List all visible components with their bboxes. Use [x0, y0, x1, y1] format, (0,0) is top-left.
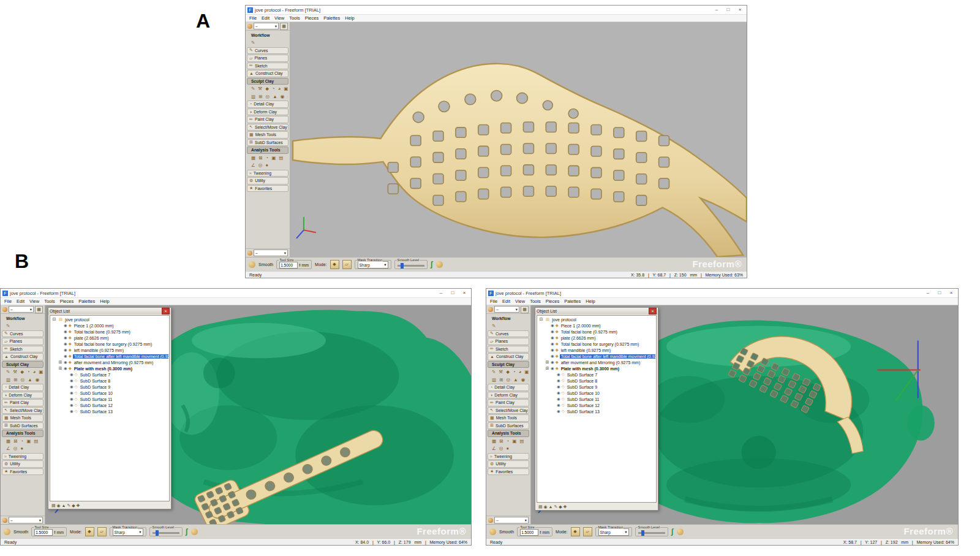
object-label[interactable]: SubD Surface 12: [79, 403, 114, 408]
toolbar-item[interactable]: Workflow: [247, 32, 288, 39]
preset-dropdown[interactable]: –▾: [494, 306, 519, 313]
toolbar-item[interactable]: ▦ Mesh Tools: [2, 414, 43, 422]
object-label[interactable]: Plate with mesh (0.3000 mm): [73, 367, 134, 371]
expander-icon[interactable]: ⊟: [539, 317, 543, 322]
menu-item[interactable]: Edit: [502, 299, 510, 304]
toolbar-item[interactable]: ↖ Select/Move Clay: [2, 407, 43, 414]
object-list-titlebar[interactable]: Object List ×: [535, 308, 658, 314]
toolbar-item[interactable]: ≈ Tweening: [2, 453, 43, 460]
toolbar-item[interactable]: ▥ ⊞ ◎ ▲ ◉ ◇: [2, 376, 43, 384]
visibility-icon[interactable]: ◉: [551, 366, 554, 371]
object-list-item[interactable]: ◉ ◇ SubD Surface 9: [51, 384, 168, 390]
object-label[interactable]: Piece 1 (2.0000 mm): [73, 324, 115, 328]
tool-size-input[interactable]: [520, 529, 538, 536]
visibility-icon[interactable]: ◉: [557, 384, 560, 389]
toolbar-item[interactable]: ◑ Deform Clay: [2, 392, 43, 399]
visibility-icon[interactable]: ◉: [557, 372, 560, 377]
object-list-item[interactable]: ◉ ◆ Total facial bone for surgery (0.927…: [538, 341, 655, 347]
toolbar-item[interactable]: ◔ Detail Clay: [2, 384, 43, 391]
object-list-item[interactable]: ◉ ◇ SubD Surface 7: [51, 371, 168, 378]
object-list-item[interactable]: ◉ ◇ SubD Surface 10: [538, 390, 655, 396]
visibility-icon[interactable]: ◉: [70, 378, 74, 383]
toolbar-item[interactable]: ∠ ◎ ●: [247, 162, 288, 169]
toolbar-item[interactable]: Analysis Tools: [488, 430, 529, 437]
object-label[interactable]: Total facial bone (0.9275 mm): [560, 330, 619, 334]
menu-item[interactable]: Tools: [44, 299, 55, 304]
toolbar-item[interactable]: ∠ ◎ ●: [2, 445, 43, 452]
toolbar-item[interactable]: ✏ Sketch: [488, 346, 529, 353]
object-list-item[interactable]: ◉ ◆ left mandible (0.9275 mm): [538, 347, 655, 353]
close-button[interactable]: ×: [946, 289, 956, 297]
hand-tool-icon[interactable]: [436, 261, 443, 268]
mask-transition-select[interactable]: Sharp▾: [113, 528, 143, 536]
object-list-item[interactable]: ⊞ ◉ ◆ after movment and Mirroring (0.927…: [51, 359, 168, 365]
menu-item[interactable]: File: [490, 299, 497, 304]
visibility-icon[interactable]: ◉: [551, 335, 554, 340]
grid-button[interactable]: ▦: [280, 23, 288, 30]
toolbar-item[interactable]: ⚙ Utility: [488, 460, 529, 468]
toolbar-item[interactable]: Sculpt Clay: [247, 78, 288, 85]
toolbar-item[interactable]: ✏ Sketch: [247, 63, 288, 70]
maximize-button[interactable]: □: [935, 289, 944, 297]
menu-item[interactable]: View: [515, 299, 525, 304]
preset-dropdown[interactable]: –▾: [254, 23, 279, 29]
menu-item[interactable]: Pieces: [546, 299, 560, 304]
toolbar-item[interactable]: ▱ Planes: [247, 55, 288, 62]
object-label[interactable]: Piece 1 (2.0000 mm): [560, 324, 602, 328]
object-label[interactable]: SubD Surface 12: [566, 403, 601, 408]
spring-icon[interactable]: ʃ: [186, 527, 188, 536]
toolbar-item[interactable]: ✎ ⚒ ◆ ◔ ◕ ▣: [2, 368, 43, 376]
smooth-level-slider[interactable]: [153, 532, 179, 534]
object-label[interactable]: Total facial bone after left mandible mo…: [560, 354, 655, 359]
toolbar-item[interactable]: ✏ Paint Clay: [488, 399, 529, 406]
toolbar-item[interactable]: ✎ ⚒ ◆ ◔ ◕ ▣: [488, 368, 529, 376]
menu-item[interactable]: Help: [345, 15, 354, 21]
minimize-button[interactable]: –: [712, 6, 722, 13]
object-list-item[interactable]: ◉ ◇ SubD Surface 12: [51, 402, 168, 408]
toolbar-item[interactable]: ▦ ⊠ ◔ ▣ ▤: [2, 438, 43, 445]
toolbar-item[interactable]: ≈ Tweening: [247, 170, 288, 177]
object-list-item[interactable]: ◉ ◇ SubD Surface 10: [51, 390, 168, 396]
expander-icon[interactable]: ⊞: [545, 360, 549, 365]
toolbar-item[interactable]: ✎ Curves: [2, 330, 43, 338]
toolbar-item[interactable]: ◔ Detail Clay: [488, 384, 529, 391]
hand-tool-icon[interactable]: [191, 528, 198, 535]
visibility-icon[interactable]: ◉: [70, 390, 74, 395]
toolbar-item[interactable]: ★ Favorites: [2, 468, 43, 476]
grid-button[interactable]: ▦: [35, 306, 43, 313]
object-label[interactable]: SubD Surface 13: [79, 409, 114, 414]
menu-item[interactable]: Palettes: [564, 299, 581, 304]
smooth-tool-icon[interactable]: [489, 528, 496, 535]
grid-button[interactable]: ▦: [521, 306, 529, 313]
smooth-tool-icon[interactable]: [4, 528, 10, 535]
toolbar-item[interactable]: Workflow: [488, 315, 529, 322]
menu-item[interactable]: Edit: [17, 299, 24, 304]
toolbar-item[interactable]: ✎: [247, 39, 288, 47]
toolbar-item[interactable]: ✎: [488, 322, 529, 330]
menu-item[interactable]: Pieces: [60, 299, 74, 304]
object-label[interactable]: SubD Surface 10: [79, 391, 114, 395]
toolbar-item[interactable]: Workflow: [2, 315, 43, 322]
object-label[interactable]: Total facial bone for surgery (0.9275 mm…: [73, 342, 154, 346]
object-list-item[interactable]: ⊟ ▤ jove protocol: [51, 316, 168, 322]
footer-dropdown[interactable]: –▾: [494, 517, 529, 524]
visibility-icon[interactable]: ◉: [70, 409, 74, 414]
object-list-item[interactable]: ◉ ◆ plate (2.6626 mm): [51, 335, 168, 341]
title-bar[interactable]: F jove protocol - Freeform [TRIAL] – □ ×: [246, 6, 747, 14]
visibility-icon[interactable]: ◉: [70, 372, 74, 377]
toolbar-item[interactable]: ▦ ⊠ ◔ ▣ ▤: [488, 438, 529, 445]
toolbar-item[interactable]: ⊞ SubD Surfaces: [488, 422, 529, 430]
spinner[interactable]: ▴▾: [299, 263, 300, 267]
footer-dropdown[interactable]: –▾: [9, 517, 43, 524]
menu-item[interactable]: Help: [100, 299, 109, 304]
toolbar-item[interactable]: ▥ ⊞ ◎ ▲ ◉ ◇: [247, 93, 288, 101]
menu-item[interactable]: File: [4, 299, 12, 304]
object-list-item[interactable]: ⊞ ◉ ◆ after movment and Mirroring (0.927…: [538, 359, 655, 365]
toolbar-item[interactable]: ✎: [2, 322, 43, 330]
object-label[interactable]: Total facial bone (0.9275 mm): [73, 330, 132, 334]
menu-item[interactable]: Pieces: [305, 15, 319, 21]
object-label[interactable]: Plate with mesh (0.3000 mm): [560, 367, 620, 371]
toolbar-item[interactable]: ◑ Deform Clay: [488, 392, 529, 399]
smooth-level-slider[interactable]: [398, 265, 424, 267]
close-button[interactable]: ×: [735, 6, 745, 13]
